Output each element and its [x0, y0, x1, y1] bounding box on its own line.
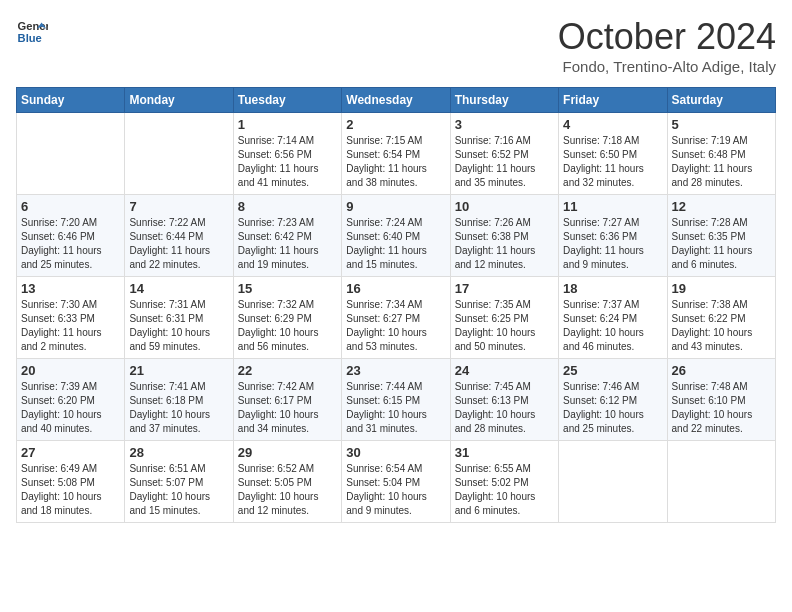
day-number: 20: [21, 363, 120, 378]
day-info: Sunrise: 7:26 AM Sunset: 6:38 PM Dayligh…: [455, 216, 554, 272]
day-info: Sunrise: 6:49 AM Sunset: 5:08 PM Dayligh…: [21, 462, 120, 518]
calendar-cell: 31Sunrise: 6:55 AM Sunset: 5:02 PM Dayli…: [450, 441, 558, 523]
calendar-cell: 25Sunrise: 7:46 AM Sunset: 6:12 PM Dayli…: [559, 359, 667, 441]
day-header-wednesday: Wednesday: [342, 88, 450, 113]
svg-text:Blue: Blue: [18, 32, 42, 44]
calendar-cell: 28Sunrise: 6:51 AM Sunset: 5:07 PM Dayli…: [125, 441, 233, 523]
day-info: Sunrise: 7:27 AM Sunset: 6:36 PM Dayligh…: [563, 216, 662, 272]
day-number: 25: [563, 363, 662, 378]
day-info: Sunrise: 7:16 AM Sunset: 6:52 PM Dayligh…: [455, 134, 554, 190]
calendar-week-5: 27Sunrise: 6:49 AM Sunset: 5:08 PM Dayli…: [17, 441, 776, 523]
calendar-cell: 14Sunrise: 7:31 AM Sunset: 6:31 PM Dayli…: [125, 277, 233, 359]
day-header-sunday: Sunday: [17, 88, 125, 113]
logo: General Blue: [16, 16, 48, 48]
day-header-saturday: Saturday: [667, 88, 775, 113]
day-number: 26: [672, 363, 771, 378]
day-info: Sunrise: 7:22 AM Sunset: 6:44 PM Dayligh…: [129, 216, 228, 272]
day-info: Sunrise: 7:32 AM Sunset: 6:29 PM Dayligh…: [238, 298, 337, 354]
calendar-cell: 10Sunrise: 7:26 AM Sunset: 6:38 PM Dayli…: [450, 195, 558, 277]
calendar-cell: 29Sunrise: 6:52 AM Sunset: 5:05 PM Dayli…: [233, 441, 341, 523]
calendar-cell: 15Sunrise: 7:32 AM Sunset: 6:29 PM Dayli…: [233, 277, 341, 359]
day-info: Sunrise: 6:51 AM Sunset: 5:07 PM Dayligh…: [129, 462, 228, 518]
day-number: 16: [346, 281, 445, 296]
calendar-cell: 5Sunrise: 7:19 AM Sunset: 6:48 PM Daylig…: [667, 113, 775, 195]
day-number: 29: [238, 445, 337, 460]
day-number: 12: [672, 199, 771, 214]
day-info: Sunrise: 7:15 AM Sunset: 6:54 PM Dayligh…: [346, 134, 445, 190]
day-number: 30: [346, 445, 445, 460]
calendar-cell: 30Sunrise: 6:54 AM Sunset: 5:04 PM Dayli…: [342, 441, 450, 523]
day-info: Sunrise: 7:14 AM Sunset: 6:56 PM Dayligh…: [238, 134, 337, 190]
calendar-cell: [125, 113, 233, 195]
day-number: 10: [455, 199, 554, 214]
day-number: 21: [129, 363, 228, 378]
calendar-cell: 8Sunrise: 7:23 AM Sunset: 6:42 PM Daylig…: [233, 195, 341, 277]
page-header: General Blue October 2024 Fondo, Trentin…: [16, 16, 776, 75]
calendar-cell: 27Sunrise: 6:49 AM Sunset: 5:08 PM Dayli…: [17, 441, 125, 523]
calendar-cell: 4Sunrise: 7:18 AM Sunset: 6:50 PM Daylig…: [559, 113, 667, 195]
calendar-cell: 22Sunrise: 7:42 AM Sunset: 6:17 PM Dayli…: [233, 359, 341, 441]
day-number: 23: [346, 363, 445, 378]
day-number: 4: [563, 117, 662, 132]
day-info: Sunrise: 7:20 AM Sunset: 6:46 PM Dayligh…: [21, 216, 120, 272]
calendar-cell: 26Sunrise: 7:48 AM Sunset: 6:10 PM Dayli…: [667, 359, 775, 441]
calendar-week-2: 6Sunrise: 7:20 AM Sunset: 6:46 PM Daylig…: [17, 195, 776, 277]
calendar-cell: 19Sunrise: 7:38 AM Sunset: 6:22 PM Dayli…: [667, 277, 775, 359]
logo-icon: General Blue: [16, 16, 48, 48]
day-info: Sunrise: 6:54 AM Sunset: 5:04 PM Dayligh…: [346, 462, 445, 518]
day-number: 9: [346, 199, 445, 214]
day-info: Sunrise: 7:37 AM Sunset: 6:24 PM Dayligh…: [563, 298, 662, 354]
day-info: Sunrise: 6:52 AM Sunset: 5:05 PM Dayligh…: [238, 462, 337, 518]
title-block: October 2024 Fondo, Trentino-Alto Adige,…: [558, 16, 776, 75]
calendar-cell: [559, 441, 667, 523]
day-info: Sunrise: 7:48 AM Sunset: 6:10 PM Dayligh…: [672, 380, 771, 436]
day-number: 18: [563, 281, 662, 296]
day-number: 2: [346, 117, 445, 132]
day-number: 8: [238, 199, 337, 214]
day-header-tuesday: Tuesday: [233, 88, 341, 113]
calendar-week-3: 13Sunrise: 7:30 AM Sunset: 6:33 PM Dayli…: [17, 277, 776, 359]
day-info: Sunrise: 7:34 AM Sunset: 6:27 PM Dayligh…: [346, 298, 445, 354]
calendar-header-row: SundayMondayTuesdayWednesdayThursdayFrid…: [17, 88, 776, 113]
calendar-week-1: 1Sunrise: 7:14 AM Sunset: 6:56 PM Daylig…: [17, 113, 776, 195]
location-subtitle: Fondo, Trentino-Alto Adige, Italy: [558, 58, 776, 75]
day-info: Sunrise: 7:44 AM Sunset: 6:15 PM Dayligh…: [346, 380, 445, 436]
day-info: Sunrise: 7:18 AM Sunset: 6:50 PM Dayligh…: [563, 134, 662, 190]
day-number: 3: [455, 117, 554, 132]
calendar-cell: 23Sunrise: 7:44 AM Sunset: 6:15 PM Dayli…: [342, 359, 450, 441]
day-number: 14: [129, 281, 228, 296]
day-info: Sunrise: 7:46 AM Sunset: 6:12 PM Dayligh…: [563, 380, 662, 436]
calendar-cell: 11Sunrise: 7:27 AM Sunset: 6:36 PM Dayli…: [559, 195, 667, 277]
day-info: Sunrise: 7:38 AM Sunset: 6:22 PM Dayligh…: [672, 298, 771, 354]
calendar-cell: 20Sunrise: 7:39 AM Sunset: 6:20 PM Dayli…: [17, 359, 125, 441]
calendar-cell: 21Sunrise: 7:41 AM Sunset: 6:18 PM Dayli…: [125, 359, 233, 441]
day-number: 13: [21, 281, 120, 296]
calendar-cell: 1Sunrise: 7:14 AM Sunset: 6:56 PM Daylig…: [233, 113, 341, 195]
calendar-cell: 24Sunrise: 7:45 AM Sunset: 6:13 PM Dayli…: [450, 359, 558, 441]
day-number: 28: [129, 445, 228, 460]
day-info: Sunrise: 7:31 AM Sunset: 6:31 PM Dayligh…: [129, 298, 228, 354]
calendar-cell: 2Sunrise: 7:15 AM Sunset: 6:54 PM Daylig…: [342, 113, 450, 195]
day-info: Sunrise: 7:35 AM Sunset: 6:25 PM Dayligh…: [455, 298, 554, 354]
calendar-cell: 13Sunrise: 7:30 AM Sunset: 6:33 PM Dayli…: [17, 277, 125, 359]
month-title: October 2024: [558, 16, 776, 58]
day-number: 31: [455, 445, 554, 460]
day-info: Sunrise: 7:45 AM Sunset: 6:13 PM Dayligh…: [455, 380, 554, 436]
calendar-week-4: 20Sunrise: 7:39 AM Sunset: 6:20 PM Dayli…: [17, 359, 776, 441]
day-number: 11: [563, 199, 662, 214]
day-number: 22: [238, 363, 337, 378]
day-info: Sunrise: 7:19 AM Sunset: 6:48 PM Dayligh…: [672, 134, 771, 190]
day-info: Sunrise: 7:41 AM Sunset: 6:18 PM Dayligh…: [129, 380, 228, 436]
calendar-table: SundayMondayTuesdayWednesdayThursdayFrid…: [16, 87, 776, 523]
day-number: 7: [129, 199, 228, 214]
day-number: 1: [238, 117, 337, 132]
day-header-monday: Monday: [125, 88, 233, 113]
calendar-cell: [17, 113, 125, 195]
day-info: Sunrise: 6:55 AM Sunset: 5:02 PM Dayligh…: [455, 462, 554, 518]
day-number: 5: [672, 117, 771, 132]
day-number: 17: [455, 281, 554, 296]
day-number: 6: [21, 199, 120, 214]
calendar-cell: [667, 441, 775, 523]
day-info: Sunrise: 7:42 AM Sunset: 6:17 PM Dayligh…: [238, 380, 337, 436]
calendar-cell: 17Sunrise: 7:35 AM Sunset: 6:25 PM Dayli…: [450, 277, 558, 359]
